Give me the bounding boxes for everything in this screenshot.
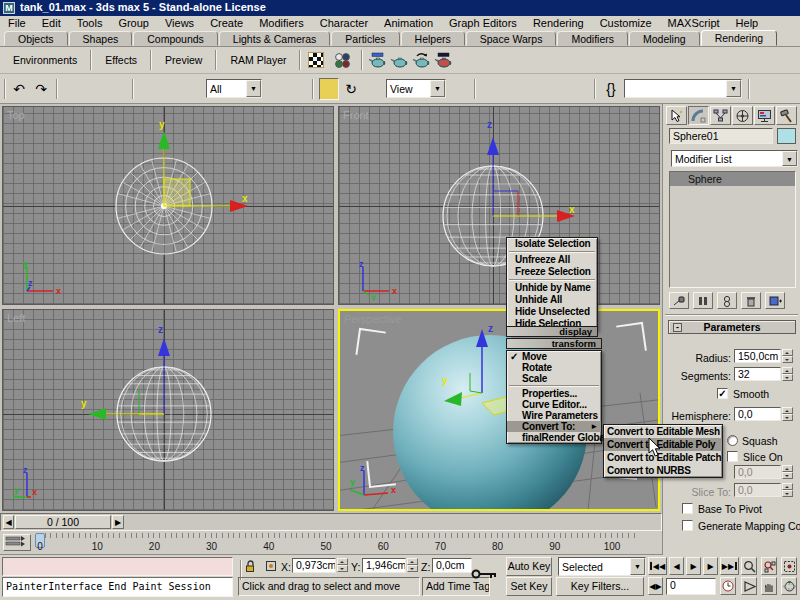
menu-item-convert-to-editable-poly[interactable]: Convert to Editable Poly: [604, 438, 722, 451]
spinner-snap-toggle-icon[interactable]: [547, 78, 567, 100]
menu-edit[interactable]: Edit: [34, 17, 69, 29]
menu-item-convert-to-editable-patch[interactable]: Convert to Editable Patch: [604, 451, 722, 464]
tab-particles[interactable]: Particles: [331, 31, 399, 46]
menu-item-finalrender-globals[interactable]: finalRender Globals: [507, 432, 601, 443]
x-coord-field[interactable]: 0,973cm: [292, 558, 336, 573]
slice-from-field[interactable]: 0,0: [734, 465, 781, 479]
time-slider-track[interactable]: ◀ 0 / 100 ▶: [0, 513, 662, 531]
go-to-start-icon[interactable]: ◀◀: [648, 557, 667, 575]
tab-modeling[interactable]: Modeling: [629, 31, 700, 46]
next-frame-icon[interactable]: ▶: [703, 557, 718, 575]
menu-file[interactable]: File: [0, 17, 34, 29]
redo-icon[interactable]: ↷: [31, 78, 51, 100]
rect-selection-region-icon[interactable]: [183, 78, 203, 100]
create-tab-icon[interactable]: [666, 106, 687, 125]
chevron-down-icon[interactable]: ▼: [246, 80, 261, 97]
menu-item-isolate-selection[interactable]: Isolate Selection: [507, 238, 597, 250]
pan-icon[interactable]: [761, 577, 777, 595]
previous-frame-slider-button[interactable]: ◀: [3, 515, 14, 529]
pin-stack-icon[interactable]: [669, 292, 689, 309]
next-frame-slider-button[interactable]: ▶: [112, 515, 124, 529]
display-tab-icon[interactable]: [754, 106, 775, 125]
motion-tab-icon[interactable]: [732, 106, 753, 125]
menu-graph-editors[interactable]: Graph Editors: [441, 17, 525, 29]
select-and-rotate-icon[interactable]: ↻: [341, 78, 361, 100]
slice-to-field[interactable]: 0,0: [734, 483, 781, 497]
percent-snap-toggle-icon[interactable]: [525, 78, 545, 100]
arc-rotate-icon[interactable]: [781, 577, 797, 595]
ram-player-button[interactable]: RAM Player: [221, 52, 295, 68]
selection-lock-icon[interactable]: [241, 558, 258, 573]
select-object-icon[interactable]: [139, 78, 159, 100]
tab-shapes[interactable]: Shapes: [69, 31, 133, 46]
select-and-scale-icon[interactable]: [363, 78, 383, 100]
select-and-manipulate-icon[interactable]: [287, 78, 307, 100]
tab-lights-cameras[interactable]: Lights & Cameras: [219, 31, 330, 46]
previous-key-button[interactable]: ◀▶: [648, 577, 663, 595]
menu-item-convert-to-nurbs[interactable]: Convert to NURBS: [604, 464, 722, 477]
make-unique-icon[interactable]: [717, 292, 737, 309]
tab-space-warps[interactable]: Space Warps: [466, 31, 557, 46]
named-selection-sets-icon[interactable]: {}: [601, 78, 621, 100]
x-coord-spinner[interactable]: [337, 558, 348, 572]
radius-spinner[interactable]: [782, 349, 793, 363]
environments-button[interactable]: Environments: [4, 52, 86, 68]
menu-tools[interactable]: Tools: [69, 17, 111, 29]
y-coord-spinner[interactable]: [407, 558, 418, 572]
key-filters-button[interactable]: Key Filters...: [556, 577, 644, 596]
zoom-icon[interactable]: [741, 557, 757, 575]
track-bar-ruler[interactable]: 0102030405060708090100: [34, 531, 656, 555]
y-coord-field[interactable]: 1,946cm: [362, 558, 406, 573]
render-last-icon[interactable]: [412, 49, 432, 71]
viewport-top[interactable]: yxz Top yx: [2, 106, 334, 305]
tab-modifiers[interactable]: Modifiers: [557, 31, 628, 46]
menu-modifiers[interactable]: Modifiers: [251, 17, 312, 29]
menu-item-move[interactable]: Move✓: [507, 351, 601, 362]
effects-button[interactable]: Effects: [96, 52, 146, 68]
select-and-link-icon[interactable]: [63, 78, 83, 100]
viewport-front[interactable]: zxy Front zx: [338, 106, 660, 305]
menu-help[interactable]: Help: [728, 17, 767, 29]
menu-animation[interactable]: Animation: [376, 17, 441, 29]
time-slider-handle[interactable]: 0 / 100: [15, 515, 111, 529]
track-bar[interactable]: 0102030405060708090100: [0, 531, 662, 555]
window-crossing-icon[interactable]: [265, 78, 285, 100]
go-to-end-icon[interactable]: ▶▶: [720, 557, 739, 575]
play-animation-icon[interactable]: ▶: [686, 557, 701, 575]
radius-field[interactable]: 150,0cm: [734, 349, 781, 363]
chevron-down-icon[interactable]: ▼: [630, 558, 645, 575]
z-coord-field[interactable]: 0,0cm: [432, 558, 472, 573]
render-scene-icon[interactable]: [368, 49, 388, 71]
slice-from-spinner[interactable]: [782, 465, 793, 479]
segments-spinner[interactable]: [782, 367, 793, 381]
field-of-view-icon[interactable]: [741, 577, 757, 595]
modifier-stack-item[interactable]: Sphere: [670, 172, 795, 186]
align-icon[interactable]: [777, 78, 797, 100]
object-name-field[interactable]: Sphere01: [669, 128, 773, 144]
menu-item-convert-to-editable-mesh[interactable]: Convert to Editable Mesh: [604, 425, 722, 438]
menu-item-wire-parameters[interactable]: Wire Parameters: [507, 410, 601, 421]
base-to-pivot-checkbox[interactable]: [682, 503, 693, 514]
tab-compounds[interactable]: Compounds: [133, 31, 218, 46]
collapse-rollout-icon[interactable]: -: [673, 323, 682, 332]
menu-item-unhide-by-name[interactable]: Unhide by Name: [507, 282, 597, 294]
chevron-down-icon[interactable]: ▼: [782, 151, 797, 166]
zoom-all-icon[interactable]: [761, 557, 777, 575]
parameters-rollout-header[interactable]: - Parameters: [668, 320, 796, 334]
show-end-result-icon[interactable]: [693, 292, 713, 309]
open-mini-curve-editor-icon[interactable]: [3, 534, 31, 551]
select-and-move-icon[interactable]: [319, 78, 339, 100]
key-filter-dropdown[interactable]: Selected▼: [558, 557, 646, 576]
hemisphere-spinner[interactable]: [782, 407, 793, 421]
mirror-icon[interactable]: [755, 78, 775, 100]
tab-helpers[interactable]: Helpers: [401, 31, 465, 46]
menu-views[interactable]: Views: [157, 17, 202, 29]
menu-item-unfreeze-all[interactable]: Unfreeze All: [507, 254, 597, 266]
zoom-extents-icon[interactable]: [781, 557, 797, 575]
chevron-down-icon[interactable]: ▼: [726, 80, 741, 97]
undo-icon[interactable]: ↶: [9, 78, 29, 100]
angle-snap-toggle-icon[interactable]: [503, 78, 523, 100]
bind-to-space-warp-icon[interactable]: [107, 78, 127, 100]
current-frame-field[interactable]: 0: [666, 578, 716, 595]
squash-radio[interactable]: [727, 435, 738, 446]
